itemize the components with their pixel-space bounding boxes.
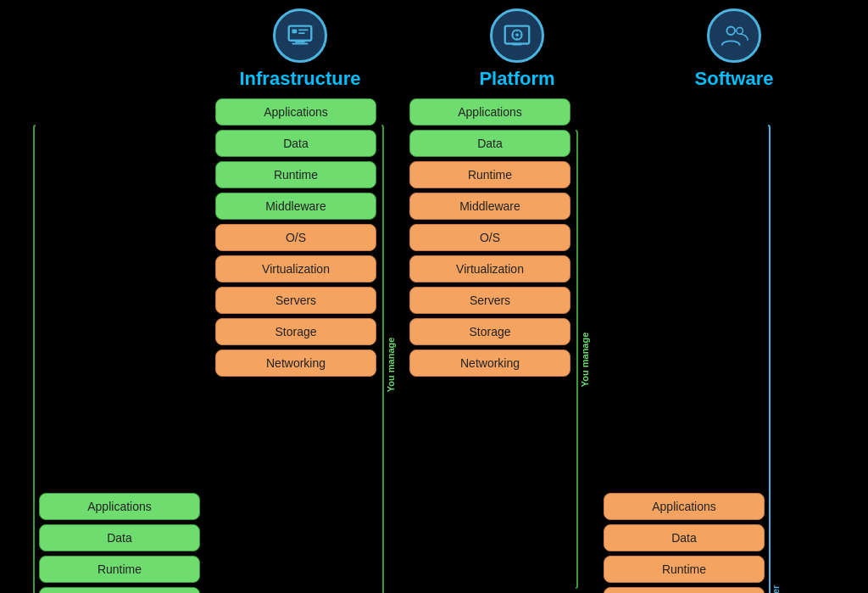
svg-rect-3 bbox=[298, 32, 305, 34]
svg-point-15 bbox=[737, 28, 743, 35]
main-container: Infrastructure Platform bbox=[0, 0, 868, 593]
content-row: You manage Applications Data Runtime Mid… bbox=[17, 98, 851, 593]
list-item: Data bbox=[215, 130, 376, 157]
software-provider-bracket: Managed by provider bbox=[768, 98, 783, 593]
list-item: Data bbox=[39, 524, 200, 551]
col-software-wrapper: Applications Data Runtime Middleware O/S… bbox=[604, 98, 785, 593]
server-icon bbox=[284, 20, 316, 52]
svg-rect-1 bbox=[292, 29, 298, 33]
list-item: Servers bbox=[409, 287, 570, 314]
svg-rect-2 bbox=[298, 29, 308, 31]
users-icon bbox=[718, 20, 750, 52]
header-row: Infrastructure Platform bbox=[17, 8, 851, 90]
list-item: Runtime bbox=[409, 161, 570, 188]
svg-point-14 bbox=[726, 27, 735, 36]
list-item: Networking bbox=[215, 350, 376, 377]
list-item: Servers bbox=[215, 287, 376, 314]
infrastructure-icon-circle bbox=[273, 8, 327, 63]
software-stack: Applications Data Runtime Middleware O/S… bbox=[604, 493, 765, 593]
platform-stack: Applications Data Runtime Middleware O/S… bbox=[409, 98, 570, 593]
svg-point-8 bbox=[515, 33, 519, 36]
platform-icon-circle bbox=[490, 8, 544, 63]
list-item: Networking bbox=[409, 350, 570, 377]
svg-rect-5 bbox=[292, 43, 309, 45]
col-infra-wrapper: Applications Data Runtime Middleware O/S… bbox=[215, 98, 396, 593]
onprem-you-manage-bracket: You manage bbox=[19, 98, 37, 593]
svg-rect-13 bbox=[512, 44, 521, 46]
list-item: Applications bbox=[409, 98, 570, 126]
list-item: Middleware bbox=[39, 587, 200, 593]
platform-you-manage-bracket: You manage bbox=[574, 98, 590, 593]
list-item: O/S bbox=[409, 224, 570, 251]
list-item: Virtualization bbox=[215, 255, 376, 283]
list-item: Data bbox=[604, 524, 765, 551]
list-item: Runtime bbox=[39, 556, 200, 583]
infra-brackets: You manage Managed by provider bbox=[380, 98, 396, 593]
list-item: Storage bbox=[215, 318, 376, 345]
list-item: Applications bbox=[39, 493, 200, 520]
platform-label: Platform bbox=[479, 68, 554, 90]
onprem-you-manage-label: You manage bbox=[19, 98, 31, 593]
list-item: Middleware bbox=[409, 193, 570, 220]
col-onprem-wrapper: You manage Applications Data Runtime Mid… bbox=[17, 98, 200, 593]
infra-stack: Applications Data Runtime Middleware O/S… bbox=[215, 98, 376, 593]
list-item: Middleware bbox=[604, 587, 765, 593]
header-infrastructure: Infrastructure bbox=[207, 8, 393, 90]
list-item: Storage bbox=[409, 318, 570, 345]
infra-you-manage-bracket: You manage bbox=[380, 98, 396, 593]
list-item: Applications bbox=[604, 493, 765, 520]
list-item: Runtime bbox=[604, 556, 765, 583]
list-item: Middleware bbox=[215, 193, 376, 220]
software-label: Software bbox=[695, 68, 774, 90]
svg-rect-4 bbox=[295, 41, 304, 43]
list-item: O/S bbox=[215, 224, 376, 251]
software-provider-label: Managed by provider bbox=[771, 125, 783, 593]
header-software: Software bbox=[641, 8, 827, 90]
onprem-stack: Applications Data Runtime Middleware O/S… bbox=[39, 493, 200, 593]
infra-you-manage-label: You manage bbox=[386, 125, 396, 593]
software-icon-circle bbox=[707, 8, 761, 63]
list-item: Applications bbox=[215, 98, 376, 126]
infrastructure-label: Infrastructure bbox=[239, 68, 360, 90]
list-item: Data bbox=[409, 130, 570, 157]
list-item: Virtualization bbox=[409, 255, 570, 283]
platform-brackets: You manage Managed by provider bbox=[574, 98, 590, 593]
header-platform: Platform bbox=[424, 8, 610, 90]
platform-you-manage-label: You manage bbox=[580, 130, 590, 589]
list-item: Runtime bbox=[215, 161, 376, 188]
col-platform-wrapper: Applications Data Runtime Middleware O/S… bbox=[409, 98, 590, 593]
platform-icon bbox=[501, 20, 533, 52]
